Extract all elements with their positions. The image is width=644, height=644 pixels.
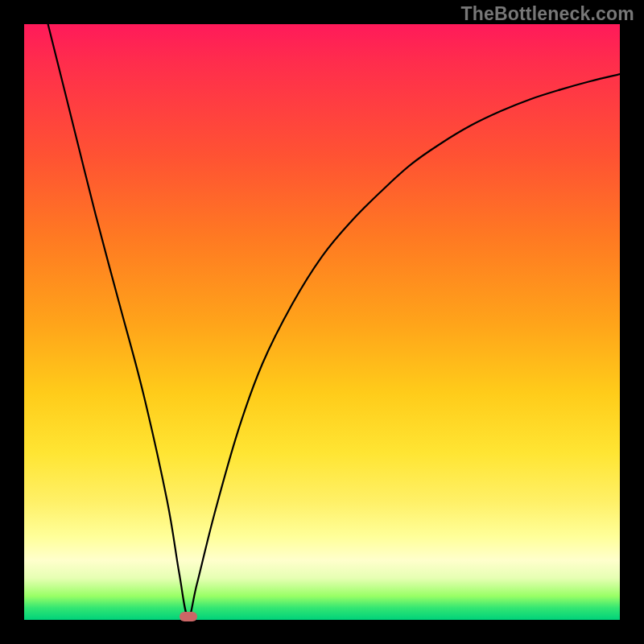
plot-area bbox=[24, 24, 620, 620]
curve-svg bbox=[24, 24, 620, 620]
optimal-point-marker bbox=[180, 612, 197, 621]
bottleneck-curve bbox=[48, 24, 620, 617]
chart-container: TheBottleneck.com bbox=[0, 0, 644, 644]
watermark-text: TheBottleneck.com bbox=[460, 3, 634, 25]
